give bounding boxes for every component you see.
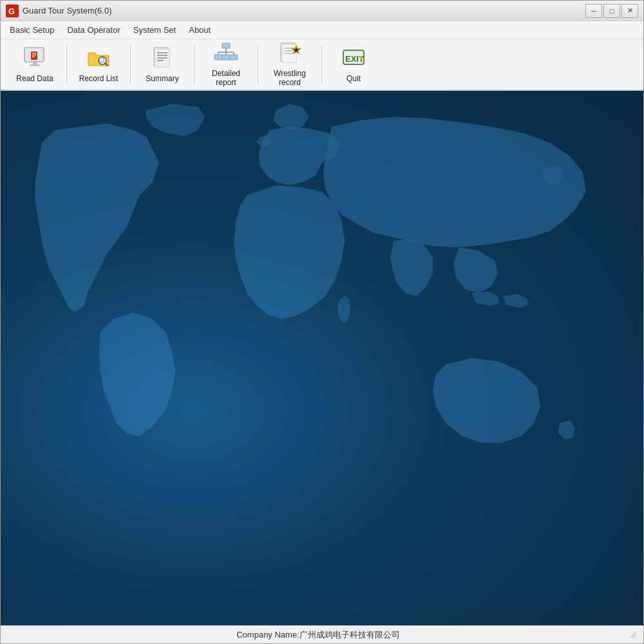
detailed-report-button[interactable]: Detailed report [197, 42, 255, 87]
wrestling-record-icon [277, 42, 303, 66]
svg-rect-26 [222, 55, 230, 60]
wrestling-record-label: Wrestling record [265, 69, 314, 88]
svg-point-11 [99, 57, 104, 62]
detailed-report-label: Detailed report [202, 69, 251, 88]
main-content [1, 91, 643, 625]
svg-rect-8 [33, 62, 37, 64]
svg-text:G: G [8, 6, 15, 16]
quit-label: Quit [346, 74, 361, 83]
read-data-icon [22, 46, 48, 71]
statusbar: Company Name:广州成鸡电子科技有限公司 [1, 625, 643, 643]
world-map-svg [1, 91, 643, 625]
read-data-label: Read Data [16, 74, 53, 83]
separator-3 [194, 45, 194, 84]
world-map-background [1, 91, 643, 625]
close-button[interactable]: ✕ [621, 4, 638, 18]
menu-basic-setup[interactable]: Basic Setup [3, 23, 61, 37]
svg-rect-25 [214, 55, 222, 60]
separator-4 [258, 45, 258, 84]
minimize-button[interactable]: ─ [585, 4, 602, 18]
svg-rect-9 [30, 64, 40, 66]
menu-about[interactable]: About [182, 23, 217, 37]
record-list-button[interactable]: Record List [70, 42, 128, 87]
read-data-button[interactable]: Read Data [6, 42, 64, 87]
toolbar: Read Data Record List [1, 39, 643, 91]
app-icon: G [6, 5, 19, 17]
svg-line-40 [634, 636, 636, 638]
resize-corner [629, 631, 637, 639]
titlebar-controls: ─ □ ✕ [585, 4, 638, 18]
company-name: Company Name:广州成鸡电子科技有限公司 [7, 629, 629, 641]
separator-1 [66, 45, 67, 84]
summary-label: Summary [146, 74, 178, 83]
window-title: Guard Tour System(6.0) [23, 6, 111, 15]
svg-rect-4 [31, 52, 37, 60]
wrestling-record-button[interactable]: Wrestling record [261, 42, 319, 87]
main-window: G Guard Tour System(6.0) ─ □ ✕ Basic Set… [0, 0, 644, 644]
record-list-icon [86, 46, 111, 71]
quit-icon: EXIT [341, 46, 366, 71]
menubar: Basic Setup Data Operator System Set Abo… [1, 21, 643, 39]
quit-button[interactable]: EXIT Quit [325, 42, 383, 87]
maximize-button[interactable]: □ [603, 4, 620, 18]
svg-rect-27 [230, 55, 238, 60]
summary-icon [149, 46, 175, 71]
summary-button[interactable]: Summary [133, 42, 191, 87]
titlebar-left: G Guard Tour System(6.0) [6, 5, 111, 17]
record-list-label: Record List [79, 74, 118, 83]
separator-5 [321, 45, 322, 84]
svg-rect-19 [222, 43, 230, 48]
titlebar: G Guard Tour System(6.0) ─ □ ✕ [1, 1, 643, 21]
detailed-report-icon [213, 42, 239, 66]
menu-data-operator[interactable]: Data Operator [61, 23, 126, 37]
separator-2 [130, 45, 131, 84]
menu-system-set[interactable]: System Set [127, 23, 182, 37]
